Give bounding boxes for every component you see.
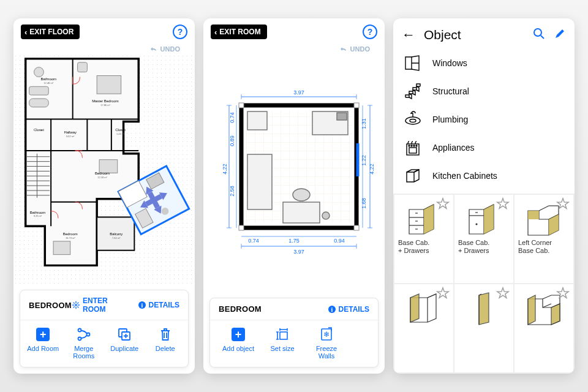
svg-line-128 [541,36,544,39]
svg-point-130 [405,117,420,124]
favorite-icon[interactable] [496,197,510,211]
add-object-button[interactable]: + Add object [220,326,257,360]
svg-text:Bedroom: Bedroom [63,232,78,236]
object-tile-6[interactable] [514,284,573,372]
svg-text:3.20 m²: 3.20 m² [34,214,42,217]
edit-button[interactable] [554,28,566,43]
category-appliances[interactable]: Appliances [402,134,566,162]
search-button[interactable] [533,28,545,43]
topbar: ‹ EXIT FLOOR ? [13,18,195,45]
freeze-icon: ❄ [320,327,333,342]
undo-button[interactable]: UNDO [149,45,186,53]
undo-icon [149,46,158,52]
svg-text:0.74: 0.74 [248,238,259,244]
svg-text:1.75: 1.75 [288,238,300,244]
svg-point-25 [34,67,44,77]
svg-rect-118 [280,332,287,339]
svg-text:1.22: 1.22 [361,155,367,166]
undo-label: UNDO [350,45,370,53]
panel-title: BEDROOM [29,301,72,310]
undo-button[interactable]: UNDO [339,45,376,53]
merge-rooms-button[interactable]: Merge Rooms [66,326,102,360]
svg-rect-82 [337,113,347,120]
details-button[interactable]: i DETAILS [328,305,369,314]
object-tile-4[interactable] [394,284,453,372]
object-tile-2[interactable]: Base Cab. + Drawers [454,195,513,283]
favorite-icon[interactable] [436,287,450,300]
category-kitchen-cabinets[interactable]: Kitchen Cabinets [402,162,566,190]
favorite-icon[interactable] [436,197,450,211]
svg-text:i: i [331,306,333,312]
floor-canvas[interactable]: Bathroom 12.48 m² Master Bedroom 17.86 m… [13,54,195,284]
svg-line-154 [539,206,549,211]
plumbing-icon [403,111,423,128]
svg-point-134 [409,145,410,146]
svg-rect-79 [354,225,359,230]
svg-line-62 [77,306,78,307]
svg-rect-20 [29,99,49,107]
svg-text:Closet: Closet [115,128,126,132]
category-windows[interactable]: Windows [402,49,566,77]
panel-title: BEDROOM [219,304,262,314]
svg-text:Balcony: Balcony [110,232,123,236]
favorite-icon[interactable] [556,287,570,300]
appliances-icon [403,139,423,156]
object-screen: ← Object Windows Structural Plumbing App… [393,18,575,374]
svg-text:3.62 m²: 3.62 m² [66,135,75,138]
object-tile-5[interactable] [454,284,513,372]
svg-text:4.22: 4.22 [222,164,228,175]
set-size-icon [275,327,290,342]
object-title: Object [424,28,524,42]
undo-icon [339,46,348,52]
svg-text:1.68: 1.68 [361,198,367,209]
object-tile-1[interactable]: Base Cab. + Drawers [394,195,453,283]
svg-rect-22 [99,160,118,173]
svg-rect-77 [354,103,359,108]
room-screen: ‹ EXIT ROOM ? UNDO [203,18,385,374]
cabinets-icon [403,167,423,184]
svg-text:3.97: 3.97 [293,249,304,255]
svg-line-162 [543,304,551,307]
room-canvas[interactable]: 3.97 3.97 0.74 1.75 0.94 4.22 0.74 0.89 … [203,54,385,292]
room-panel: BEDROOM i DETAILS + Add object Set size … [209,298,379,368]
exit-floor-button[interactable]: ‹ EXIT FLOOR [21,24,80,39]
category-plumbing[interactable]: Plumbing [402,105,566,134]
svg-rect-78 [239,225,244,230]
details-button[interactable]: i DETAILS [138,301,179,309]
enter-room-button[interactable]: ENTER ROOM [72,296,127,314]
svg-text:17.86 m²: 17.86 m² [100,104,110,107]
exit-floor-label: EXIT FLOOR [29,28,74,36]
add-room-button[interactable]: + Add Room [24,326,61,360]
room-label-bathroom1: Bathroom [40,77,56,81]
structural-icon [403,83,423,100]
svg-point-135 [411,145,412,146]
category-structural[interactable]: Structural [402,77,566,105]
chevron-left-icon: ‹ [214,28,217,36]
back-button[interactable]: ← [402,27,415,43]
category-list: Windows Structural Plumbing Appliances K… [393,49,575,190]
svg-point-131 [410,119,416,123]
favorite-icon[interactable] [556,197,570,211]
help-icon[interactable]: ? [173,24,187,39]
svg-rect-76 [239,103,244,108]
svg-rect-19 [29,86,49,95]
set-size-button[interactable]: Set size [264,326,301,360]
exit-room-label: EXIT ROOM [219,28,260,36]
exit-room-button[interactable]: ‹ EXIT ROOM [211,24,267,39]
delete-button[interactable]: Delete [147,326,184,360]
room-label-master: Master Bedroom [92,99,119,103]
duplicate-button[interactable]: Duplicate [106,326,143,360]
object-tile-3[interactable]: Left Corner Base Cab. [514,195,573,283]
svg-text:1.44 m²: 1.44 m² [116,132,125,135]
info-icon: i [138,301,146,309]
svg-text:16.73 m²: 16.73 m² [66,236,75,239]
svg-point-127 [534,29,541,36]
floor-panel: BEDROOM ENTER ROOM i DETAILS + Add Room … [20,290,189,368]
pencil-icon [554,28,566,40]
freeze-walls-button[interactable]: ❄ Freeze Walls [308,326,345,360]
svg-text:0.74: 0.74 [229,112,235,123]
svg-point-65 [78,329,81,332]
help-icon[interactable]: ? [363,24,377,39]
favorite-icon[interactable] [496,287,510,300]
add-icon: + [36,328,50,341]
